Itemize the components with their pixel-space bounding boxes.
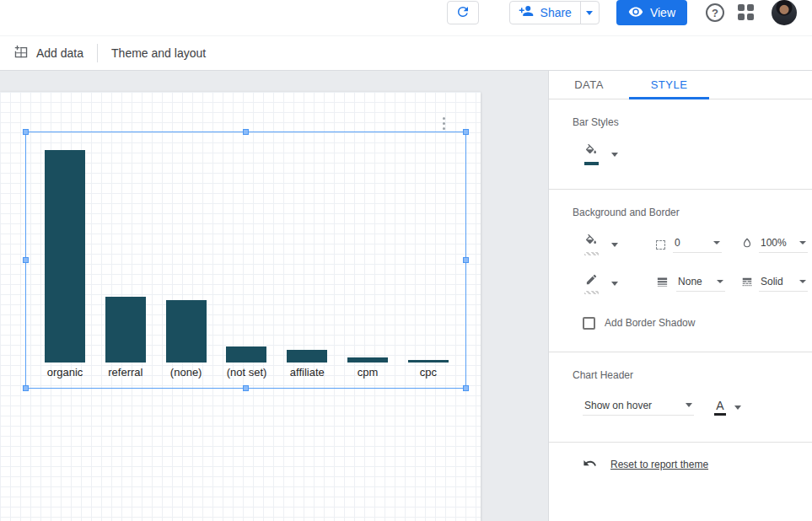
app-header: Share View ? xyxy=(0,0,812,35)
border-weight-dropdown[interactable]: None xyxy=(676,276,725,292)
eye-icon xyxy=(628,4,643,22)
bar-fill-color-indicator xyxy=(584,162,599,165)
selection-handle-se[interactable] xyxy=(463,385,469,391)
border-style-dropdown[interactable]: Solid xyxy=(759,276,808,292)
refresh-button[interactable] xyxy=(447,1,479,24)
chevron-down-icon xyxy=(799,280,806,283)
selection-handle-e[interactable] xyxy=(463,257,469,263)
share-menu-caret[interactable] xyxy=(580,2,599,24)
pencil-icon xyxy=(585,273,598,288)
opacity-dropdown[interactable]: 100% xyxy=(759,237,808,253)
section-bar-styles: Bar Styles xyxy=(549,99,812,190)
selection-handle-s[interactable] xyxy=(243,385,249,391)
selection-handle-nw[interactable] xyxy=(23,129,29,135)
refresh-icon xyxy=(455,4,471,22)
share-label: Share xyxy=(540,6,572,19)
header-actions: Share View ? xyxy=(447,0,797,25)
chevron-down-icon xyxy=(799,241,806,244)
selection-handle-w[interactable] xyxy=(23,257,29,263)
chevron-down-icon xyxy=(586,11,593,15)
view-button[interactable]: View xyxy=(616,0,687,25)
chevron-down-icon xyxy=(717,280,723,283)
chevron-down-icon xyxy=(611,153,618,157)
chevron-down-icon xyxy=(686,403,692,407)
chevron-down-icon xyxy=(713,241,720,244)
background-fill-color-control[interactable] xyxy=(583,234,600,255)
panel-tabs: DATA STYLE xyxy=(549,71,812,99)
kebab-menu-icon xyxy=(443,117,445,120)
edit-toolbar: Add data Theme and layout xyxy=(0,35,812,71)
border-style-value: Solid xyxy=(761,276,783,287)
section-background-border: Background and Border 0 xyxy=(549,190,812,352)
reset-to-theme-link[interactable]: Reset to report theme xyxy=(610,459,708,470)
undo-icon xyxy=(583,456,597,473)
add-data-label: Add data xyxy=(36,46,83,60)
border-color-control[interactable] xyxy=(583,273,600,294)
share-button-main[interactable]: Share xyxy=(510,2,580,24)
corner-radius-dropdown[interactable]: 0 xyxy=(673,237,722,253)
border-weight-icon xyxy=(656,276,669,291)
opacity-value: 100% xyxy=(761,237,787,249)
selection-handle-sw[interactable] xyxy=(23,385,29,391)
help-button[interactable]: ? xyxy=(706,3,724,22)
avatar[interactable] xyxy=(772,0,797,25)
help-icon: ? xyxy=(712,7,718,19)
border-shadow-checkbox[interactable] xyxy=(583,317,595,330)
apps-grid-button[interactable] xyxy=(738,4,755,21)
header-font-color-control[interactable]: A xyxy=(714,400,741,416)
header-visibility-value: Show on hover xyxy=(584,400,652,411)
corner-radius-value: 0 xyxy=(675,237,680,249)
selection-handle-ne[interactable] xyxy=(463,129,469,135)
person-add-icon xyxy=(519,3,534,22)
theme-layout-button[interactable]: Theme and layout xyxy=(111,46,206,60)
header-visibility-dropdown[interactable]: Show on hover xyxy=(583,400,694,416)
border-shadow-label: Add Border Shadow xyxy=(605,317,695,329)
tab-data[interactable]: DATA xyxy=(549,71,629,99)
apps-grid-icon xyxy=(738,4,745,11)
font-color-indicator xyxy=(714,413,726,416)
section-chart-header: Chart Header Show on hover A xyxy=(549,352,812,443)
chevron-down-icon xyxy=(734,406,741,410)
opacity-icon xyxy=(741,237,753,252)
paint-bucket-icon xyxy=(584,143,598,159)
corner-radius-icon xyxy=(656,240,665,250)
transparent-color-indicator xyxy=(584,252,599,255)
add-data-icon xyxy=(13,45,29,62)
properties-panel: DATA STYLE Bar Styles Background and Bor… xyxy=(548,71,812,521)
section-title: Background and Border xyxy=(573,207,808,218)
chevron-down-icon xyxy=(611,243,618,247)
section-title: Chart Header xyxy=(573,369,808,381)
main-area: organicreferral(none)(not set)affiliatec… xyxy=(0,71,812,521)
transparent-color-indicator xyxy=(584,291,599,294)
view-label: View xyxy=(650,6,675,19)
section-title: Bar Styles xyxy=(573,116,808,128)
chart-options-button[interactable] xyxy=(440,115,448,132)
theme-layout-label: Theme and layout xyxy=(111,46,206,60)
border-style-icon xyxy=(741,276,753,291)
border-weight-value: None xyxy=(678,276,702,287)
selection-box xyxy=(25,132,466,389)
chevron-down-icon xyxy=(611,282,618,286)
font-color-letter: A xyxy=(716,400,723,411)
panel-footer: Reset to report theme xyxy=(549,443,812,486)
tab-style[interactable]: STYLE xyxy=(629,71,709,99)
share-button[interactable]: Share xyxy=(509,1,600,24)
selection-handle-n[interactable] xyxy=(243,129,249,135)
add-data-button[interactable]: Add data xyxy=(13,45,83,62)
report-canvas[interactable]: organicreferral(none)(not set)affiliatec… xyxy=(0,92,481,521)
font-color-icon: A xyxy=(714,400,726,416)
paint-bucket-icon xyxy=(584,234,598,250)
toolbar-divider xyxy=(97,44,98,62)
canvas-area: organicreferral(none)(not set)affiliatec… xyxy=(0,71,548,521)
bar-fill-color-control[interactable] xyxy=(583,143,600,165)
